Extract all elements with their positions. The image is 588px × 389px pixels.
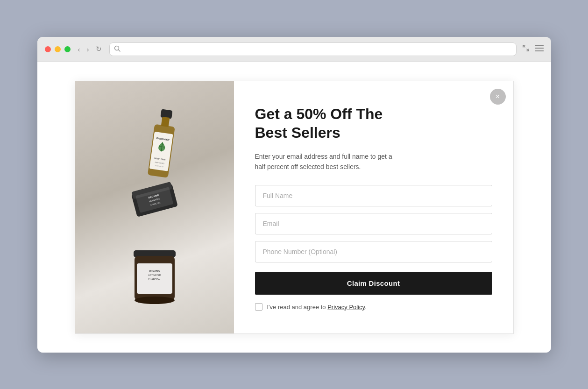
traffic-lights <box>45 46 71 52</box>
modal-title: Get a 50% Off The Best Sellers <box>255 105 404 142</box>
claim-discount-button[interactable]: Claim Discount <box>255 272 492 295</box>
full-name-input[interactable] <box>255 185 492 206</box>
close-icon: × <box>496 92 500 101</box>
phone-field-group <box>255 241 492 262</box>
privacy-checkbox[interactable] <box>255 303 262 311</box>
maximize-traffic-light[interactable] <box>64 46 71 52</box>
modal-image-section: FABOLOGY HEMP SERF ANTI-AGING ANTI-TINTE… <box>75 81 234 333</box>
modal-form-section: × Get a 50% Off The Best Sellers Enter y… <box>234 81 513 333</box>
privacy-text: I've read and agree to <box>267 304 328 311</box>
back-button[interactable]: ‹ <box>76 44 82 54</box>
forward-button[interactable]: › <box>85 44 91 54</box>
close-button[interactable]: × <box>490 89 506 105</box>
browser-content: FABOLOGY HEMP SERF ANTI-AGING ANTI-TINTE… <box>37 62 551 353</box>
phone-input[interactable] <box>255 241 492 262</box>
address-bar-wrapper <box>109 42 517 56</box>
product-image: FABOLOGY HEMP SERF ANTI-AGING ANTI-TINTE… <box>75 81 234 333</box>
close-traffic-light[interactable] <box>45 46 51 52</box>
menu-button[interactable] <box>535 44 544 54</box>
privacy-suffix: . <box>365 304 367 311</box>
privacy-policy-link[interactable]: Privacy Policy <box>327 304 365 311</box>
modal-container: FABOLOGY HEMP SERF ANTI-AGING ANTI-TINTE… <box>75 81 514 334</box>
search-icon <box>114 45 120 53</box>
svg-line-1 <box>118 50 120 51</box>
privacy-label: I've read and agree to Privacy Policy. <box>267 304 367 311</box>
browser-window: ‹ › ↻ <box>37 37 551 353</box>
email-input[interactable] <box>255 213 492 234</box>
refresh-button[interactable]: ↻ <box>94 44 104 54</box>
svg-text:ACTIVATED: ACTIVATED <box>148 274 161 276</box>
full-name-field-group <box>255 185 492 206</box>
address-input[interactable] <box>109 42 517 56</box>
modal-description: Enter your email address and full name t… <box>255 151 400 172</box>
expand-button[interactable] <box>522 44 530 54</box>
email-field-group <box>255 213 492 234</box>
minimize-traffic-light[interactable] <box>55 46 61 52</box>
toolbar-right <box>522 44 544 54</box>
svg-text:ORGANIC: ORGANIC <box>149 269 160 272</box>
nav-buttons: ‹ › ↻ <box>76 44 104 54</box>
privacy-row: I've read and agree to Privacy Policy. <box>255 303 492 311</box>
browser-toolbar: ‹ › ↻ <box>37 37 551 62</box>
svg-point-28 <box>135 297 175 304</box>
svg-text:CHARCOAL: CHARCOAL <box>148 278 161 281</box>
